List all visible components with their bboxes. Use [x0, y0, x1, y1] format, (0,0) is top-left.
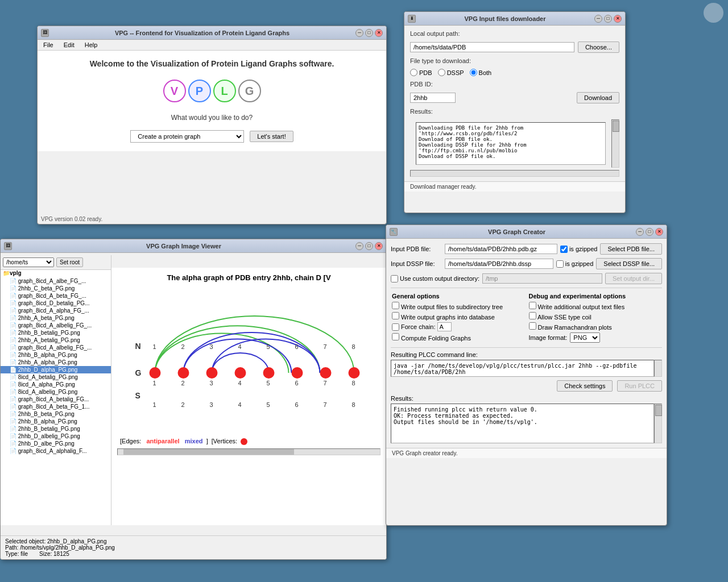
draw-ramachandran-label[interactable]: Draw Ramachandran plots: [529, 322, 661, 331]
tree-file-5[interactable]: 📄 2hhb_A_beta_PG.png: [1, 314, 111, 322]
gzipped-dssp-label[interactable]: is gzipped: [556, 260, 594, 268]
vpg-viewer-left-controls: 🖼: [4, 242, 12, 250]
s-5: 5: [267, 401, 270, 408]
vpg-viewer-minimize[interactable]: ─: [355, 242, 363, 250]
file-meta: Type: file Size: 18125: [5, 551, 382, 557]
tree-file-8[interactable]: 📄 2hhb_A_betalig_PG.png: [1, 336, 111, 344]
force-chain-cb[interactable]: [392, 323, 399, 331]
vpg-dl-close[interactable]: ✕: [614, 15, 622, 23]
choose-button[interactable]: Choose...: [578, 41, 619, 53]
tree-file-6[interactable]: 📄 graph_8icd_A_albelig_FG_...: [1, 322, 111, 329]
radio-both-input[interactable]: [470, 69, 477, 76]
pdb-id-input[interactable]: [410, 93, 456, 103]
write-output-files-label[interactable]: Write output files to subdirectory tree: [392, 302, 524, 310]
tree-file-21[interactable]: 📄 2hhb_D_albelig_PG.png: [1, 433, 111, 440]
radio-dssp[interactable]: DSSP: [438, 69, 464, 76]
radio-pdb[interactable]: PDB: [410, 69, 432, 76]
vpg-main-minimize[interactable]: ─: [355, 29, 363, 37]
tree-file-14[interactable]: 📄 8icd_A_alpha_PG.png: [1, 381, 111, 388]
tree-file-0[interactable]: 📄 graph_8icd_A_albe_FG_...: [1, 277, 111, 285]
tree-file-15[interactable]: 📄 8icd_A_albelig_PG.png: [1, 388, 111, 396]
tree-file-4[interactable]: 📄 graph_8icd_A_alpha_FG_...: [1, 307, 111, 314]
image-format-select[interactable]: PNG SVG JPEG: [570, 332, 600, 343]
dl-results-scrollbar[interactable]: [611, 119, 619, 168]
tree-file-1[interactable]: 📄 2hhb_C_beta_PG.png: [1, 285, 111, 292]
vpg-dl-maximize[interactable]: □: [604, 15, 612, 23]
compute-folding-cb[interactable]: [392, 333, 399, 340]
cmd-hscrollbar[interactable]: [654, 360, 662, 377]
action-dropdown[interactable]: Create a protein graph: [130, 130, 244, 143]
force-chain-input[interactable]: [437, 322, 452, 331]
compute-folding-label[interactable]: Compute Folding Graphs: [392, 333, 524, 342]
tree-file-2[interactable]: 📄 graph_8icd_A_beta_FG_...: [1, 292, 111, 300]
tree-file-9[interactable]: 📄 graph_8icd_A_albelig_FG_...: [1, 344, 111, 351]
tree-file-23[interactable]: 📄 graph_8icd_A_alphalig_F...: [1, 447, 111, 455]
write-output-graphs-cb[interactable]: [392, 312, 399, 319]
tree-file-12[interactable]: 📄 2hhb_D_alpha_PG.png: [1, 366, 111, 373]
menu-help[interactable]: Help: [82, 41, 100, 49]
gzipped-dssp-checkbox[interactable]: [556, 260, 564, 268]
tree-file-11[interactable]: 📄 2hhb_A_alpha_PG.png: [1, 359, 111, 366]
menu-file[interactable]: File: [41, 41, 56, 49]
vpg-main-maximize[interactable]: □: [365, 29, 373, 37]
select-dssp-button[interactable]: Select DSSP file...: [596, 258, 662, 269]
write-additional-label[interactable]: Write additional output text files: [529, 302, 661, 310]
tree-folder-vplg[interactable]: 📁 vplg: [1, 269, 111, 277]
creator-results-scrollbar[interactable]: [654, 404, 662, 443]
debug-options-col: Debug and experimental options Write add…: [528, 292, 663, 344]
vpg-creator-close[interactable]: ✕: [655, 228, 663, 236]
allow-sse-label[interactable]: Allow SSE type coil: [529, 312, 661, 321]
tree-file-19[interactable]: 📄 2hhb_B_alpha_PG.png: [1, 418, 111, 425]
vpg-dl-minimize[interactable]: ─: [594, 15, 602, 23]
vpg-creator-controls: ─ □ ✕: [636, 228, 663, 236]
check-settings-button[interactable]: Check settings: [557, 380, 613, 392]
cmd-area[interactable]: java -jar /home/ts/develop/vplg/plcc/tes…: [391, 360, 654, 377]
lets-start-button[interactable]: Let's start!: [250, 131, 293, 142]
tree-file-16[interactable]: 📄 graph_8icd_A_betalig_FG...: [1, 396, 111, 403]
force-chain-label[interactable]: Force chain:: [392, 323, 436, 331]
mixed-label: mixed: [185, 438, 203, 444]
dl-hscrollbar[interactable]: [410, 170, 619, 177]
vpg-viewer-maximize[interactable]: □: [365, 242, 373, 250]
custom-output-field[interactable]: [482, 273, 602, 284]
tree-file-20[interactable]: 📄 2hhb_B_betalig_PG.png: [1, 425, 111, 433]
tree-file-13[interactable]: 📄 8icd_A_betalig_PG.png: [1, 373, 111, 381]
radio-both[interactable]: Both: [470, 69, 492, 76]
local-output-input[interactable]: [410, 42, 574, 52]
vpg-creator-maximize[interactable]: □: [646, 228, 653, 236]
write-output-files-cb[interactable]: [392, 302, 399, 309]
radio-dssp-input[interactable]: [438, 69, 445, 76]
tree-file-3[interactable]: 📄 graph_8icd_D_betalig_PG...: [1, 300, 111, 307]
radio-pdb-input[interactable]: [410, 69, 417, 76]
tree-file-10[interactable]: 📄 2hhb_B_alpha_PG.png: [1, 351, 111, 359]
tree-file-17[interactable]: 📄 graph_8icd_A_beta_FG_1...: [1, 403, 111, 410]
tree-file-7[interactable]: 📄 2hhb_B_betalig_PG.png: [1, 329, 111, 336]
custom-output-checkbox[interactable]: [391, 275, 398, 282]
draw-ramachandran-cb[interactable]: [529, 322, 536, 330]
set-root-button[interactable]: Set root: [56, 257, 83, 267]
set-output-button[interactable]: Set output dir...: [605, 273, 662, 284]
input-pdb-field[interactable]: [445, 244, 557, 254]
input-dssp-field[interactable]: [445, 259, 553, 269]
vpg-viewer-close[interactable]: ✕: [375, 242, 383, 250]
download-button[interactable]: Download: [577, 92, 619, 103]
file-tree-panel[interactable]: 📁 vplg 📄 graph_8icd_A_albe_FG_... 📄 2hhb…: [1, 269, 111, 525]
root-dropdown[interactable]: /home/ts: [3, 257, 54, 267]
menu-edit[interactable]: Edit: [61, 41, 77, 49]
write-output-graphs-label[interactable]: Write output graphs into database: [392, 312, 524, 321]
write-additional-cb[interactable]: [529, 302, 536, 309]
g-2: 2: [181, 380, 185, 386]
n-3: 3: [210, 343, 213, 350]
gzipped-pdb-checkbox[interactable]: [560, 246, 568, 253]
select-pdb-button[interactable]: Select PDB file...: [600, 243, 662, 255]
gzipped-pdb-label[interactable]: is gzipped: [560, 246, 598, 253]
tree-file-22[interactable]: 📄 2hhb_D_albe_PG.png: [1, 440, 111, 447]
run-plcc-button[interactable]: Run PLCC: [617, 380, 662, 392]
allow-sse-cb[interactable]: [529, 312, 536, 319]
custom-output-label[interactable]: Use custom output directory:: [391, 275, 479, 282]
radio-row: PDB DSSP Both: [404, 69, 625, 76]
vpg-main-close[interactable]: ✕: [375, 29, 383, 37]
vpg-creator-minimize[interactable]: ─: [636, 228, 644, 236]
image-hscrollbar[interactable]: [117, 448, 380, 455]
tree-file-18[interactable]: 📄 2hhb_B_beta_PG.png: [1, 410, 111, 418]
